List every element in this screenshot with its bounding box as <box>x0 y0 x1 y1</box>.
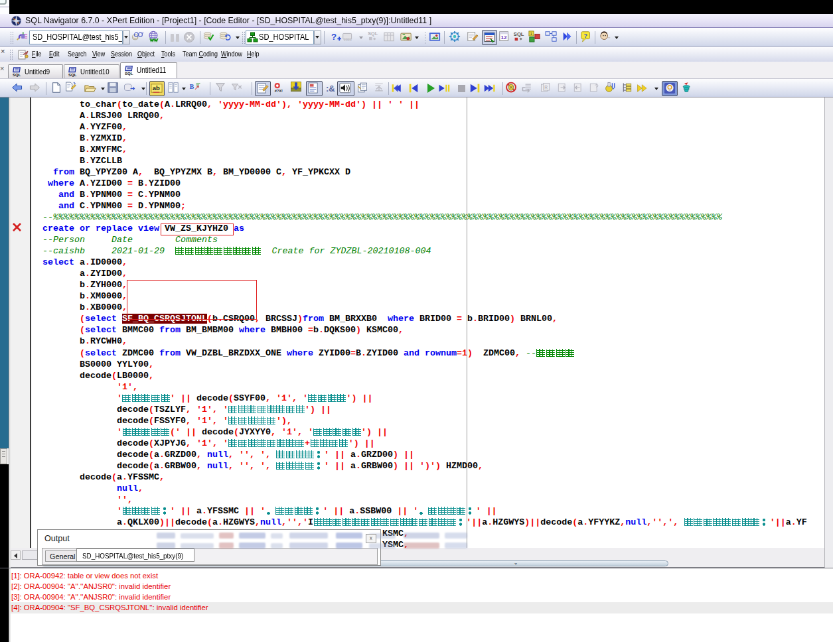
svg-text:SQL: SQL <box>125 71 133 76</box>
svg-text:SQL: SQL <box>13 72 21 77</box>
svg-text:SQL: SQL <box>368 31 378 36</box>
svg-text:#?X!: #?X! <box>275 89 283 93</box>
svg-text:?: ? <box>331 32 337 42</box>
svg-text:SQL: SQL <box>68 72 77 77</box>
svg-text:?: ? <box>583 32 587 39</box>
svg-text:ab: ab <box>153 84 160 92</box>
svg-text:R: R <box>544 85 548 90</box>
svg-text:B: B <box>190 83 194 90</box>
svg-text:12: 12 <box>501 34 507 40</box>
svg-text:1: 1 <box>530 32 532 36</box>
svg-text:SQL: SQL <box>514 31 524 37</box>
svg-text:1010: 1010 <box>344 38 352 42</box>
